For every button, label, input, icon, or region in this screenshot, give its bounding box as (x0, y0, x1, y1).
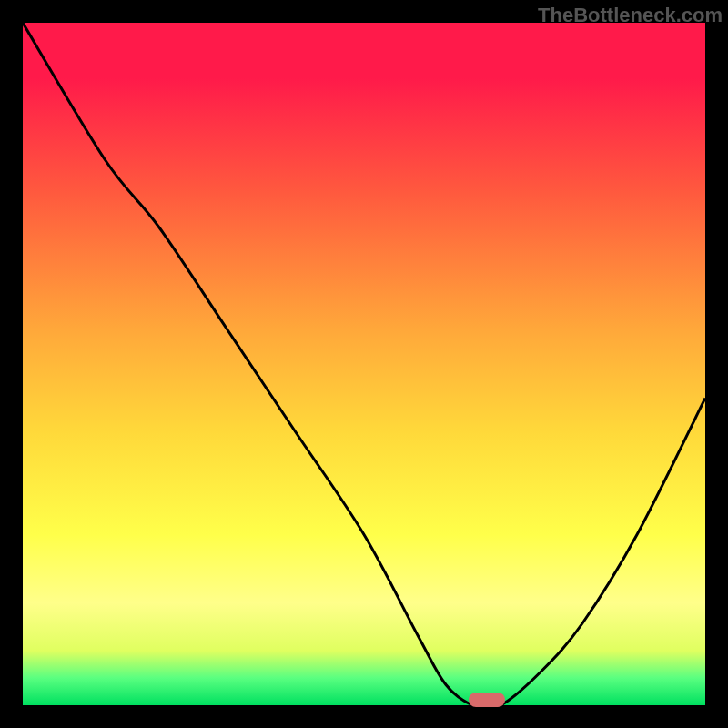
bottleneck-curve (23, 23, 705, 705)
chart-plot-area (23, 23, 705, 705)
watermark-text: TheBottleneck.com (538, 4, 723, 27)
optimal-marker (469, 693, 505, 707)
